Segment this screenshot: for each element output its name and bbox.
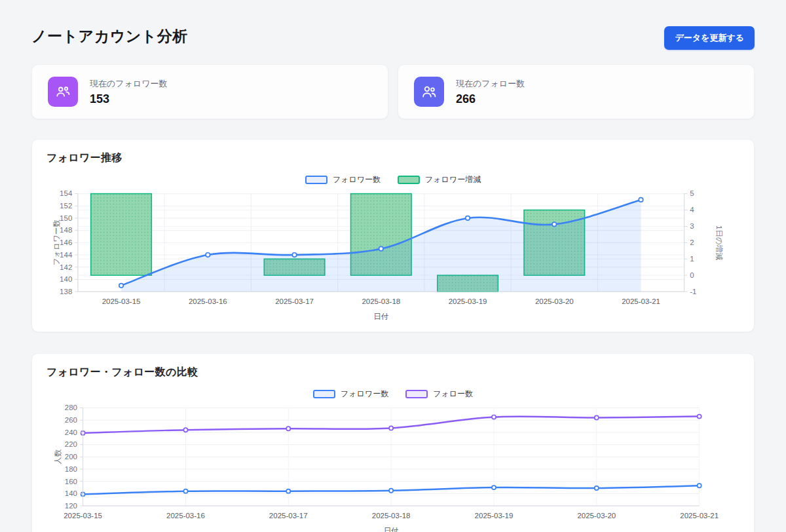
svg-text:280: 280 bbox=[65, 404, 77, 411]
svg-text:240: 240 bbox=[65, 428, 77, 436]
svg-text:146: 146 bbox=[60, 238, 72, 246]
svg-text:2025-03-21: 2025-03-21 bbox=[680, 512, 719, 520]
following-users-icon bbox=[414, 77, 444, 107]
svg-text:2025-03-20: 2025-03-20 bbox=[577, 512, 616, 520]
svg-text:2025-03-16: 2025-03-16 bbox=[166, 512, 205, 520]
svg-text:人数: 人数 bbox=[54, 449, 62, 464]
svg-text:2025-03-17: 2025-03-17 bbox=[275, 297, 314, 305]
svg-text:180: 180 bbox=[65, 465, 77, 473]
legend-label: フォロワー増減 bbox=[425, 174, 481, 185]
legend-swatch-followers bbox=[313, 390, 335, 398]
svg-text:120: 120 bbox=[65, 502, 77, 510]
svg-text:1: 1 bbox=[690, 255, 694, 263]
svg-text:5: 5 bbox=[690, 189, 694, 197]
following-stat-label: 現在のフォロー数 bbox=[456, 78, 525, 90]
followers-group-icon bbox=[48, 77, 78, 107]
legend-item-followers[interactable]: フォロワー数 bbox=[305, 174, 381, 185]
svg-text:日付: 日付 bbox=[384, 527, 399, 532]
follower-trend-chart: 138140142144146148150152154-10123452025-… bbox=[47, 187, 739, 322]
svg-text:2025-03-15: 2025-03-15 bbox=[102, 297, 141, 305]
followers-stat-label: 現在のフォロワー数 bbox=[90, 78, 168, 90]
followers-stat-card: 現在のフォロワー数 153 bbox=[31, 64, 388, 119]
svg-text:142: 142 bbox=[60, 263, 72, 271]
svg-text:フォロワー数: フォロワー数 bbox=[52, 219, 60, 265]
page-header: ノートアカウント分析 データを更新する bbox=[31, 26, 755, 50]
legend-label: フォロー数 bbox=[433, 389, 473, 400]
legend-item-change[interactable]: フォロワー増減 bbox=[398, 174, 481, 185]
followers-stat-value: 153 bbox=[90, 92, 168, 106]
svg-text:152: 152 bbox=[60, 202, 72, 210]
stat-text: 現在のフォロー数 266 bbox=[456, 78, 525, 106]
svg-text:2025-03-15: 2025-03-15 bbox=[64, 512, 102, 520]
svg-text:0: 0 bbox=[690, 271, 694, 279]
comparison-legend: フォロワー数 フォロー数 bbox=[47, 389, 739, 399]
svg-text:138: 138 bbox=[60, 288, 72, 295]
svg-text:150: 150 bbox=[60, 214, 72, 222]
svg-text:2025-03-18: 2025-03-18 bbox=[362, 297, 400, 305]
svg-text:140: 140 bbox=[60, 275, 72, 283]
stats-row: 現在のフォロワー数 153 現在のフォロー数 266 bbox=[31, 64, 755, 119]
svg-text:2025-03-16: 2025-03-16 bbox=[189, 297, 227, 305]
svg-text:148: 148 bbox=[60, 226, 72, 234]
svg-text:140: 140 bbox=[65, 489, 77, 497]
svg-text:日付: 日付 bbox=[373, 313, 388, 320]
stat-text: 現在のフォロワー数 153 bbox=[90, 78, 168, 106]
refresh-data-button[interactable]: データを更新する bbox=[664, 26, 755, 50]
legend-item-followers[interactable]: フォロワー数 bbox=[313, 389, 388, 400]
svg-text:2025-03-20: 2025-03-20 bbox=[535, 297, 574, 305]
comparison-card: フォロワー・フォロー数の比較 フォロワー数 フォロー数 120140160180… bbox=[31, 353, 755, 532]
svg-text:260: 260 bbox=[65, 416, 77, 424]
svg-text:2025-03-17: 2025-03-17 bbox=[269, 512, 308, 520]
svg-text:2: 2 bbox=[690, 238, 694, 246]
svg-text:2025-03-18: 2025-03-18 bbox=[372, 512, 411, 520]
svg-text:200: 200 bbox=[65, 453, 77, 461]
svg-text:160: 160 bbox=[65, 478, 77, 485]
following-stat-value: 266 bbox=[456, 92, 525, 106]
legend-swatch-line bbox=[305, 176, 328, 184]
svg-text:144: 144 bbox=[60, 251, 73, 259]
svg-text:2025-03-19: 2025-03-19 bbox=[449, 297, 487, 305]
svg-text:220: 220 bbox=[65, 440, 77, 448]
legend-swatch-following bbox=[405, 390, 428, 398]
dashboard-page: ノートアカウント分析 データを更新する 現在のフォロワー数 153 bbox=[0, 0, 786, 532]
legend-item-following[interactable]: フォロー数 bbox=[405, 389, 473, 400]
svg-text:4: 4 bbox=[690, 206, 694, 214]
legend-swatch-bar bbox=[398, 176, 420, 184]
svg-text:1日の増減: 1日の増減 bbox=[715, 225, 724, 260]
svg-text:154: 154 bbox=[60, 189, 73, 197]
svg-text:3: 3 bbox=[690, 222, 694, 230]
legend-label: フォロワー数 bbox=[333, 174, 381, 185]
page-title: ノートアカウント分析 bbox=[31, 26, 188, 47]
follower-trend-legend: フォロワー数 フォロワー増減 bbox=[47, 174, 739, 185]
svg-text:2025-03-21: 2025-03-21 bbox=[622, 297, 660, 305]
following-stat-card: 現在のフォロー数 266 bbox=[398, 64, 755, 119]
comparison-title: フォロワー・フォロー数の比較 bbox=[47, 366, 739, 379]
follower-trend-card: フォロワー推移 フォロワー数 フォロワー増減 13814014214414614… bbox=[31, 139, 755, 332]
svg-text:-1: -1 bbox=[690, 288, 696, 295]
follower-trend-title: フォロワー推移 bbox=[47, 151, 739, 165]
legend-label: フォロワー数 bbox=[341, 389, 388, 400]
comparison-chart: 1201401601802002202402602802025-03-15202… bbox=[47, 402, 739, 532]
svg-text:2025-03-19: 2025-03-19 bbox=[475, 512, 514, 520]
